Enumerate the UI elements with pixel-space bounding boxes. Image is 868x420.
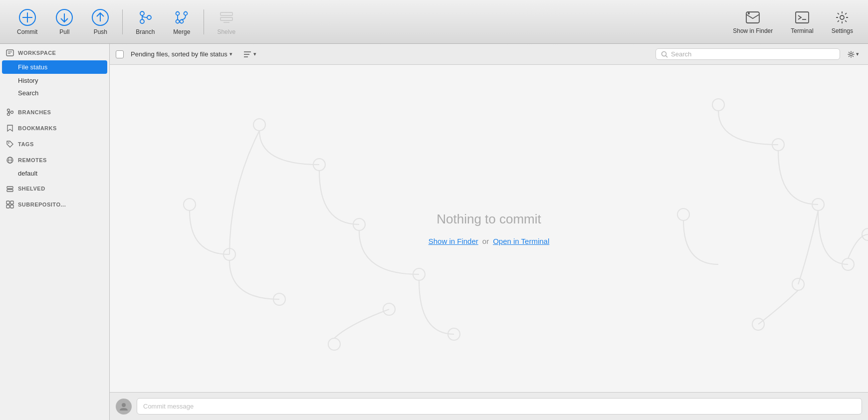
gear-settings-button[interactable]: ▾ <box>844 49 862 60</box>
sidebar: WORKSPACE File status History Search BRA… <box>0 44 110 420</box>
terminal-button[interactable]: Terminal <box>784 6 820 37</box>
svg-point-23 <box>840 15 844 19</box>
merge-button[interactable]: Merge <box>164 5 200 38</box>
gear-chevron-icon: ▾ <box>856 51 859 57</box>
subrepositories-icon <box>6 201 14 209</box>
push-button[interactable]: Push <box>82 5 118 38</box>
svg-point-48 <box>253 119 265 131</box>
svg-rect-38 <box>6 201 9 204</box>
gear-icon <box>847 50 855 58</box>
svg-point-14 <box>180 19 184 23</box>
pull-button[interactable]: Pull <box>46 5 82 38</box>
workspace-section[interactable]: WORKSPACE <box>0 44 109 60</box>
svg-rect-37 <box>7 190 13 192</box>
svg-line-46 <box>666 55 668 57</box>
remotes-section[interactable]: REMOTES <box>0 151 109 167</box>
svg-point-65 <box>383 303 395 315</box>
toolbar-right: ▾ <box>655 48 862 60</box>
sidebar-item-file-status[interactable]: File status <box>2 60 107 74</box>
svg-point-63 <box>677 209 689 220</box>
svg-point-47 <box>850 53 853 55</box>
branches-section[interactable]: BRANCHES <box>0 103 109 119</box>
sidebar-item-search[interactable]: Search <box>0 87 109 99</box>
svg-point-57 <box>772 139 784 151</box>
nothing-to-commit-title: Nothing to commit <box>436 211 541 227</box>
content-area: Pending files, sorted by file status ▾ ▾ <box>110 44 868 420</box>
bookmarks-label: BOOKMARKS <box>18 125 57 131</box>
shelve-label: Shelve <box>217 28 235 35</box>
svg-point-59 <box>842 258 854 270</box>
search-input[interactable] <box>671 50 835 58</box>
svg-rect-41 <box>10 205 13 208</box>
open-in-terminal-link[interactable]: Open in Terminal <box>493 237 549 245</box>
bookmarks-icon <box>6 124 14 132</box>
commit-message-input[interactable] <box>137 398 862 415</box>
settings-button[interactable]: Settings <box>825 6 860 37</box>
avatar <box>116 399 132 415</box>
svg-point-58 <box>812 199 824 210</box>
subrepositories-label: SUBREPOSITО... <box>18 202 66 208</box>
pending-chevron-icon: ▾ <box>229 51 232 57</box>
terminal-icon <box>794 9 810 25</box>
svg-point-12 <box>176 19 180 23</box>
main-container: WORKSPACE File status History Search BRA… <box>0 44 868 420</box>
svg-point-56 <box>712 99 724 111</box>
shelve-button[interactable]: Shelve <box>208 5 244 38</box>
default-label: default <box>18 170 37 177</box>
svg-point-8 <box>140 19 144 23</box>
toolbar-separator-1 <box>122 9 123 34</box>
tags-section[interactable]: TAGS <box>0 135 109 151</box>
tags-label: TAGS <box>18 141 34 147</box>
commit-bar <box>110 392 868 420</box>
branch-button[interactable]: Branch <box>127 5 164 38</box>
sidebar-item-default[interactable]: default <box>0 167 109 180</box>
finder-icon <box>745 9 761 25</box>
svg-point-53 <box>223 248 235 260</box>
svg-point-66 <box>122 403 126 407</box>
toolbar-separator-2 <box>204 9 204 34</box>
main-content: Nothing to commit Show in Finder or Open… <box>110 65 868 392</box>
toolbar-left: Pending files, sorted by file status ▾ ▾ <box>116 49 651 59</box>
subrepositories-section[interactable]: SUBREPOSITО... <box>0 196 109 211</box>
svg-rect-17 <box>220 17 232 20</box>
shelved-icon <box>6 185 14 193</box>
svg-point-13 <box>184 11 188 15</box>
branches-label: BRANCHES <box>18 109 51 115</box>
shelved-label: SHELVED <box>18 186 45 192</box>
workspace-label: WORKSPACE <box>18 50 56 56</box>
commit-button[interactable]: Commit <box>8 5 46 38</box>
pending-files-dropdown[interactable]: Pending files, sorted by file status ▾ <box>127 49 236 59</box>
settings-icon <box>834 9 850 25</box>
svg-point-28 <box>7 113 10 116</box>
svg-rect-21 <box>796 12 809 23</box>
pending-checkbox[interactable] <box>116 50 124 58</box>
svg-point-51 <box>413 268 425 280</box>
merge-icon <box>173 8 191 26</box>
shelve-icon <box>217 8 235 26</box>
shelved-section[interactable]: SHELVED <box>0 180 109 196</box>
svg-point-45 <box>662 51 666 56</box>
show-in-finder-link[interactable]: Show in Finder <box>429 237 478 245</box>
sidebar-item-history[interactable]: History <box>0 74 109 87</box>
main-toolbar: Commit Pull Push <box>0 0 868 44</box>
svg-rect-39 <box>10 201 13 204</box>
search-box <box>655 48 840 60</box>
push-label: Push <box>94 28 107 35</box>
search-icon <box>661 51 668 58</box>
svg-point-62 <box>752 318 764 330</box>
empty-state: Nothing to commit Show in Finder or Open… <box>429 211 550 245</box>
svg-rect-36 <box>7 187 13 189</box>
show-in-finder-label: Show in Finder <box>733 27 773 34</box>
show-in-finder-button[interactable]: Show in Finder <box>726 6 780 37</box>
branches-icon <box>6 108 14 116</box>
search-label: Search <box>18 89 38 97</box>
svg-point-50 <box>353 218 365 230</box>
bookmarks-section[interactable]: BOOKMARKS <box>0 119 109 135</box>
sort-options-button[interactable]: ▾ <box>239 49 260 59</box>
svg-point-61 <box>792 278 804 290</box>
workspace-icon <box>6 49 14 57</box>
sort-chevron-icon: ▾ <box>253 51 256 57</box>
svg-point-11 <box>176 11 180 15</box>
svg-point-29 <box>11 111 13 114</box>
tags-icon <box>6 140 14 148</box>
